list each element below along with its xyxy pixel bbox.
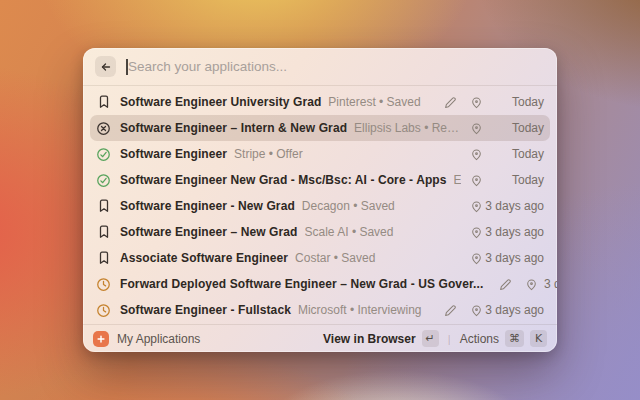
location-pin-icon — [469, 251, 484, 266]
text-caret — [126, 59, 128, 75]
application-row[interactable]: Associate Software Engineer Costar • Sav… — [90, 245, 550, 271]
location-pin-icon — [469, 121, 484, 136]
location-pin-icon — [469, 95, 484, 110]
interview-clock-icon — [96, 303, 111, 318]
application-title: Software Engineer New Grad - Msc/Bsc: AI… — [120, 173, 447, 187]
application-title: Associate Software Engineer — [120, 251, 288, 265]
application-subtitle: Costar • Saved — [295, 251, 461, 265]
applications-list: Software Engineer University Grad Pinter… — [83, 86, 557, 324]
location-pin-icon — [469, 199, 484, 214]
extension-label: My Applications — [117, 332, 200, 346]
application-subtitle: Decagon • Saved — [302, 199, 461, 213]
bookmark-icon — [96, 251, 111, 266]
application-time: 3 days ago — [484, 225, 544, 239]
application-title: Software Engineer University Grad — [120, 95, 321, 109]
desktop-wallpaper: Software Engineer University Grad Pinter… — [0, 0, 640, 400]
application-row[interactable]: Software Engineer University Grad Pinter… — [90, 89, 550, 115]
back-button[interactable] — [95, 56, 116, 77]
application-subtitle: Eluvio • Offer — [454, 173, 461, 187]
application-title: Software Engineer – Intern & New Grad — [120, 121, 347, 135]
pencil-icon — [498, 277, 513, 292]
application-row[interactable]: Software Engineer - New Grad Decagon • S… — [90, 193, 550, 219]
command-key-icon: ⌘ — [505, 330, 524, 347]
actions-button[interactable]: Actions ⌘ K — [460, 330, 547, 347]
primary-action-label: View in Browser — [323, 332, 415, 346]
row-accessories — [469, 147, 484, 162]
application-title: Software Engineer - Fullstack — [120, 303, 291, 317]
rejected-circle-icon — [96, 121, 111, 136]
application-subtitle: Stripe • Offer — [234, 147, 461, 161]
application-title: Software Engineer — [120, 147, 227, 161]
application-time: Today — [484, 121, 544, 135]
application-title: Software Engineer – New Grad — [120, 225, 298, 239]
application-subtitle: Microsoft • Interviewing — [298, 303, 435, 317]
application-time: 3 days ago — [484, 303, 544, 317]
application-time: Today — [484, 95, 544, 109]
row-accessories — [469, 251, 484, 266]
interview-clock-icon — [96, 277, 111, 292]
application-subtitle: Pinterest • Saved — [328, 95, 435, 109]
application-time: Today — [484, 173, 544, 187]
application-subtitle: Ellipsis Labs • Rejected — [354, 121, 461, 135]
offer-check-icon — [96, 147, 111, 162]
footer-divider: | — [448, 333, 451, 345]
application-row[interactable]: Software Engineer – New Grad Scale AI • … — [90, 219, 550, 245]
bookmark-icon — [96, 199, 111, 214]
location-pin-icon — [469, 147, 484, 162]
row-accessories — [469, 173, 484, 188]
row-accessories — [469, 199, 484, 214]
arrow-left-icon — [100, 61, 112, 73]
application-title: Forward Deployed Software Engineer – New… — [120, 277, 483, 291]
search-input[interactable] — [126, 57, 545, 77]
location-pin-icon — [524, 277, 539, 292]
application-title: Software Engineer - New Grad — [120, 199, 295, 213]
offer-check-icon — [96, 173, 111, 188]
row-accessories — [498, 277, 539, 292]
pencil-icon — [443, 95, 458, 110]
application-time: 3 days ago — [484, 251, 544, 265]
row-accessories — [443, 95, 484, 110]
bookmark-icon — [96, 225, 111, 240]
application-subtitle: Scale AI • Saved — [305, 225, 461, 239]
bookmark-icon — [96, 95, 111, 110]
application-row[interactable]: Forward Deployed Software Engineer – New… — [90, 271, 550, 297]
row-accessories — [469, 225, 484, 240]
applications-launcher-window: Software Engineer University Grad Pinter… — [83, 48, 557, 352]
view-in-browser-button[interactable]: View in Browser ↵ — [323, 330, 439, 347]
application-row[interactable]: Software Engineer – Intern & New Grad El… — [90, 115, 550, 141]
pencil-icon — [443, 303, 458, 318]
enter-key-icon: ↵ — [422, 330, 439, 347]
location-pin-icon — [469, 173, 484, 188]
application-time: 3 days ago — [484, 199, 544, 213]
application-row[interactable]: Software Engineer New Grad - Msc/Bsc: AI… — [90, 167, 550, 193]
application-row[interactable]: Software Engineer Stripe • Offer Today — [90, 141, 550, 167]
my-applications-plus-icon — [93, 331, 109, 347]
search-bar — [83, 48, 557, 86]
location-pin-icon — [469, 225, 484, 240]
row-accessories — [469, 121, 484, 136]
footer-bar: My Applications View in Browser ↵ | Acti… — [83, 324, 557, 352]
application-time: 3 days a... — [539, 277, 557, 291]
application-time: Today — [484, 147, 544, 161]
location-pin-icon — [469, 303, 484, 318]
actions-label: Actions — [460, 332, 499, 346]
k-key-icon: K — [530, 330, 547, 347]
application-row[interactable]: Software Engineer - Fullstack Microsoft … — [90, 297, 550, 323]
row-accessories — [443, 303, 484, 318]
